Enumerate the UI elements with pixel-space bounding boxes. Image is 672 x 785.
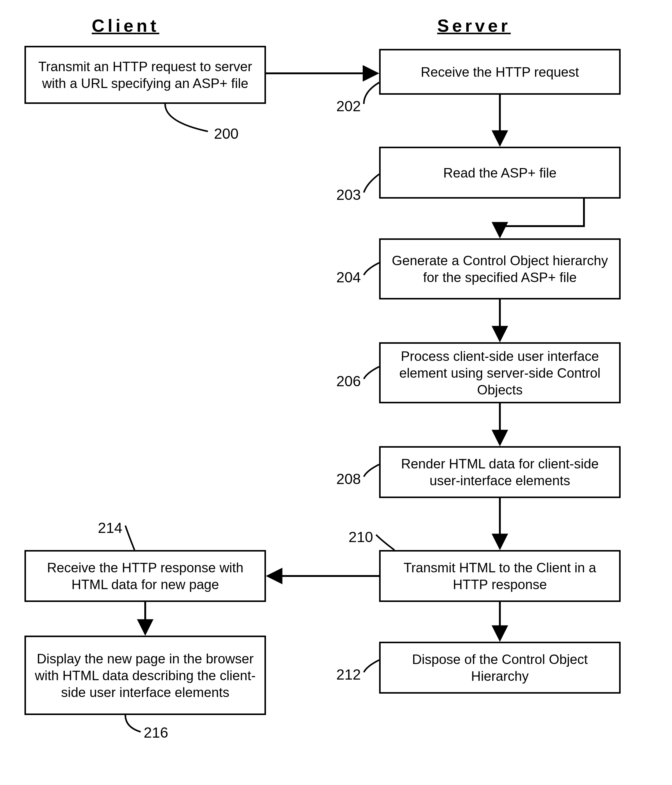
ref-216: 216 (144, 724, 168, 741)
ref-214: 214 (98, 519, 122, 536)
box-208: Render HTML data for client-side user-in… (379, 446, 620, 498)
box-214: Receive the HTTP response with HTML data… (25, 550, 266, 602)
box-202: Receive the HTTP request (379, 49, 620, 95)
box-212: Dispose of the Control Object Hierarchy (379, 642, 620, 694)
ref-200: 200 (214, 125, 238, 142)
box-203: Read the ASP+ file (379, 147, 620, 199)
ref-204: 204 (336, 269, 361, 286)
ref-208: 208 (336, 471, 361, 487)
box-210: Transmit HTML to the Client in a HTTP re… (379, 550, 620, 602)
flowchart-diagram: Client Server Transmit an HTTP request t… (12, 12, 660, 773)
box-216: Display the new page in the browser with… (25, 636, 266, 715)
ref-203: 203 (336, 186, 361, 203)
ref-212: 212 (336, 666, 361, 683)
ref-206: 206 (336, 373, 361, 389)
box-200: Transmit an HTTP request to server with … (25, 46, 266, 104)
box-204: Generate a Control Object hierarchy for … (379, 238, 620, 299)
ref-202: 202 (336, 98, 361, 114)
server-heading: Server (437, 15, 511, 36)
ref-210: 210 (349, 529, 373, 546)
client-heading: Client (92, 15, 159, 36)
box-206: Process client-side user interface eleme… (379, 342, 620, 403)
